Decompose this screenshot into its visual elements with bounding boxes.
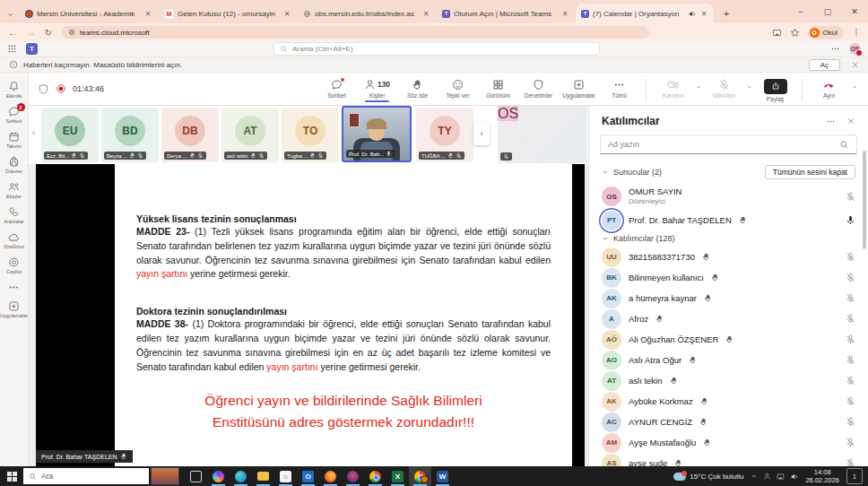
video-tile-speaking[interactable]: Prof. Dr. Bah... xyxy=(342,106,412,162)
panel-close-icon[interactable] xyxy=(846,117,855,126)
cast-icon[interactable] xyxy=(772,28,782,38)
tray-volume-icon[interactable] xyxy=(790,473,798,481)
self-video-tile[interactable]: OS xyxy=(498,106,587,163)
window-minimize-button[interactable]: – xyxy=(787,0,814,23)
video-tile[interactable]: DB Derya ... xyxy=(161,108,219,162)
participant-row[interactable]: OS OMUR SAYINDüzenleyici xyxy=(589,183,868,210)
participant-row[interactable]: AKAybüke Korkmaz xyxy=(589,391,868,412)
sidebar-item-uygulamalar[interactable]: Uygulamalar xyxy=(0,298,29,321)
sidebar-item-ekipler[interactable]: Ekipler xyxy=(0,178,29,202)
back-button[interactable]: ← xyxy=(7,28,18,38)
mic-state-icon[interactable] xyxy=(846,215,855,225)
desktop-preview-thumbnail[interactable] xyxy=(151,467,179,485)
sidebar-item-copilot[interactable]: Copilot xyxy=(0,254,29,277)
video-tile[interactable]: TO Tugba ... xyxy=(282,108,339,162)
site-info-icon[interactable] xyxy=(68,29,75,36)
tab-close-icon[interactable]: ✕ xyxy=(282,10,291,18)
video-tile[interactable]: TY TUĞBA ... xyxy=(416,108,473,162)
scroll-right-chevron[interactable]: › xyxy=(473,122,490,145)
mute-all-button[interactable]: Tümünün sesini kapat xyxy=(765,165,855,179)
teams-search-input[interactable]: Arama (Ctrl+Alt+E) xyxy=(273,42,600,56)
browser-tab[interactable]: Mersin Üniversitesi - Akademik ✕ xyxy=(20,4,158,23)
tab-close-icon[interactable]: ✕ xyxy=(421,10,430,18)
browser-menu-icon[interactable] xyxy=(852,28,861,37)
more-button[interactable]: Tümü xyxy=(600,76,638,99)
banner-close-icon[interactable] xyxy=(851,61,859,69)
mic-button[interactable]: Mikrofon xyxy=(705,76,743,99)
taskbar-icon-firefox-nightly[interactable] xyxy=(342,466,364,486)
mic-state-icon[interactable] xyxy=(846,273,855,282)
browser-tab-active[interactable]: T (7) Calendar | Oryantasyon ✕ xyxy=(576,4,714,23)
mic-options-chevron[interactable] xyxy=(745,76,754,91)
mic-state-icon[interactable] xyxy=(846,252,855,262)
participant-row[interactable]: ASayşe sude xyxy=(589,453,868,466)
view-button[interactable]: Görünüm xyxy=(479,76,517,99)
taskbar-icon-word[interactable]: W xyxy=(431,466,454,486)
bookmark-star-icon[interactable] xyxy=(790,28,800,38)
mic-state-icon[interactable] xyxy=(846,355,855,365)
raise-hand-button[interactable]: Söz iste xyxy=(398,76,437,99)
react-button[interactable]: Tepki ver xyxy=(438,76,477,99)
taskbar-icon-edge[interactable] xyxy=(230,466,252,486)
scroll-left-chevron[interactable]: ‹ xyxy=(32,127,35,137)
chat-button[interactable]: Sohbet xyxy=(317,76,356,99)
panel-more-icon[interactable] xyxy=(826,117,836,126)
mic-state-icon[interactable] xyxy=(846,417,855,427)
mic-state-icon[interactable] xyxy=(846,334,855,344)
taskbar-icon-outlook[interactable]: O xyxy=(297,466,319,486)
participant-row[interactable]: AMAyşe Mustafaoğlu xyxy=(589,432,868,453)
task-view-button[interactable] xyxy=(185,466,207,486)
tab-close-icon[interactable]: ✕ xyxy=(699,10,708,18)
participant-row[interactable]: AAfroz xyxy=(589,308,868,329)
taskbar-icon-microsoft-store[interactable]: ⌂ xyxy=(274,466,297,486)
taskbar-icon-firefox[interactable] xyxy=(319,466,342,486)
taskbar-search-input[interactable]: Ara xyxy=(23,468,149,484)
section-chevron-icon[interactable] xyxy=(602,235,609,242)
participant-row[interactable]: UU38215883371730 xyxy=(589,247,868,267)
start-button[interactable] xyxy=(0,466,23,486)
mic-state-icon[interactable] xyxy=(846,438,855,447)
mic-state-icon[interactable] xyxy=(846,396,855,406)
panel-scrollbar[interactable] xyxy=(863,151,866,249)
teams-more-icon[interactable] xyxy=(830,44,840,54)
tab-audio-icon[interactable] xyxy=(688,10,696,18)
browser-tab[interactable]: obs.mersin.edu.tr/oibs/index.as ✕ xyxy=(298,4,436,23)
participant-row[interactable]: AKa hümeyra kaynar xyxy=(589,288,868,308)
participant-row[interactable]: BKBilinmeyen kullanıcı xyxy=(589,267,868,288)
taskbar-icon-chrome[interactable] xyxy=(364,466,386,486)
browser-tab[interactable]: M Gelen Kutusu (12) - omursayin ✕ xyxy=(159,4,297,23)
window-maximize-button[interactable]: ▢ xyxy=(814,0,841,23)
share-button[interactable]: Paylaş xyxy=(756,76,794,102)
weather-widget[interactable]: 15°C Çok bulutlu xyxy=(673,473,743,481)
browser-tab[interactable]: T Oturum Açın | Microsoft Teams ✕ xyxy=(437,4,575,23)
taskbar-clock[interactable]: 14:0826.02.2026 xyxy=(805,468,839,485)
user-avatar[interactable]: OS xyxy=(849,43,861,55)
sidebar-item-odevler[interactable]: Ödevler xyxy=(0,153,29,177)
participant-row[interactable]: ACAYNUR CENGİZ xyxy=(589,412,868,432)
tab-search-icon[interactable] xyxy=(0,5,20,23)
taskbar-icon-edge-beta[interactable] xyxy=(207,466,230,486)
participant-row[interactable]: PT Prof. Dr. Bahar TAŞDELEN xyxy=(589,210,868,230)
mic-state-icon[interactable] xyxy=(846,192,855,202)
video-tile[interactable]: EU Ecz. Bil... xyxy=(41,108,99,162)
window-close-button[interactable]: ✕ xyxy=(841,0,868,23)
participant-row[interactable]: ATaslı tekin xyxy=(589,370,868,391)
participant-search-input[interactable]: Ad yazın xyxy=(600,135,857,154)
camera-button[interactable]: Kamera xyxy=(654,76,692,99)
mic-state-icon[interactable] xyxy=(846,314,855,324)
sidebar-item-sohbet[interactable]: 2Sohbet xyxy=(0,103,29,126)
participant-row[interactable]: AOAslı Atra Oğur xyxy=(589,350,868,370)
taskbar-icon-chrome-active[interactable] xyxy=(409,466,431,486)
notification-center-button[interactable]: 1 xyxy=(846,468,863,484)
mic-state-icon[interactable] xyxy=(846,293,855,303)
controls-button[interactable]: Denetimler xyxy=(519,76,558,99)
tab-close-icon[interactable]: ✕ xyxy=(560,10,569,18)
tray-network-icon[interactable] xyxy=(777,473,785,481)
sidebar-item-takvim[interactable]: Takvim xyxy=(0,128,29,152)
waffle-menu-icon[interactable] xyxy=(7,44,17,54)
section-chevron-icon[interactable] xyxy=(602,169,609,176)
reload-button[interactable]: ↻ xyxy=(43,28,54,38)
sidebar-more-apps[interactable] xyxy=(0,279,29,296)
video-tile[interactable]: AT aslı tekin xyxy=(221,108,279,162)
forward-button[interactable]: → xyxy=(25,28,36,38)
